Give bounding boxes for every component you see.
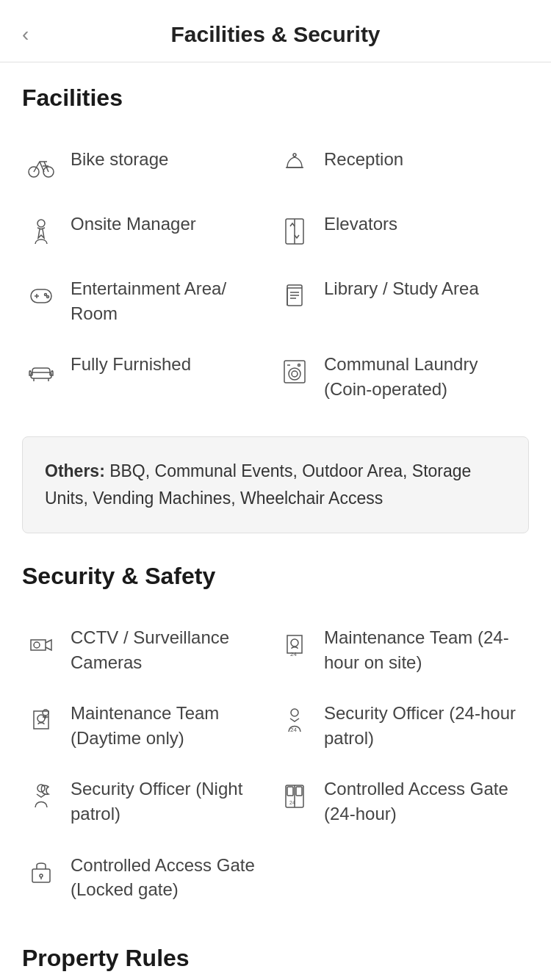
header: ‹ Facilities & Security: [0, 0, 551, 62]
svg-point-23: [289, 368, 300, 380]
sofa-icon: [22, 352, 60, 390]
svg-point-12: [47, 296, 49, 298]
facility-library-label: Library / Study Area: [324, 276, 479, 301]
reception-icon: [276, 147, 314, 185]
svg-point-43: [40, 874, 43, 877]
security-gate-locked-label: Controlled Access Gate (Locked gate): [71, 853, 268, 902]
laundry-icon: [276, 352, 314, 390]
facility-fully-furnished: Fully Furnished: [22, 339, 276, 414]
gate-24-icon: 24: [276, 777, 314, 815]
svg-point-4: [293, 154, 296, 156]
svg-text:24: 24: [290, 727, 297, 733]
security-gate-locked: Controlled Access Gate (Locked gate): [22, 840, 276, 915]
main-content: Facilities Bike storage Reception Onsite…: [0, 62, 551, 980]
svg-point-34: [291, 709, 298, 716]
security-maintenance-day-label: Maintenance Team (Daytime only): [71, 701, 268, 750]
facility-reception-label: Reception: [324, 147, 403, 172]
svg-text:24: 24: [290, 651, 297, 657]
security-officer-icon: 24: [276, 701, 314, 739]
svg-rect-19: [31, 372, 51, 378]
svg-rect-42: [32, 869, 50, 882]
facilities-grid: Bike storage Reception Onsite Manager El…: [22, 134, 529, 414]
svg-text:24: 24: [289, 800, 295, 805]
svg-rect-40: [296, 787, 302, 796]
facility-onsite-manager-label: Onsite Manager: [71, 212, 196, 237]
security-section-title: Security & Safety: [22, 563, 529, 590]
gamepad-icon: [22, 276, 60, 314]
back-button[interactable]: ‹: [22, 23, 29, 46]
security-grid: CCTV / Surveillance Cameras 24 Maintenan…: [22, 612, 529, 915]
security-officer-night: Security Officer (Night patrol): [22, 763, 276, 839]
security-officer-24: 24 Security Officer (24-hour patrol): [276, 688, 529, 763]
camera-icon: [22, 625, 60, 663]
facility-fully-furnished-label: Fully Furnished: [71, 352, 191, 377]
svg-point-28: [291, 639, 298, 646]
facility-communal-laundry-label: Communal Laundry (Coin-operated): [324, 352, 522, 401]
facility-entertainment: Entertainment Area/ Room: [22, 263, 276, 339]
security-maintenance-24: 24 Maintenance Team (24-hour on site): [276, 612, 529, 688]
facility-bike-storage: Bike storage: [22, 134, 276, 198]
security-maintenance-day: Maintenance Team (Daytime only): [22, 688, 276, 763]
security-cctv: CCTV / Surveillance Cameras: [22, 612, 276, 688]
others-box: Others: BBQ, Communal Events, Outdoor Ar…: [22, 436, 529, 533]
bike-icon: [22, 147, 60, 185]
security-night-icon: [22, 777, 60, 815]
others-content: BBQ, Communal Events, Outdoor Area, Stor…: [45, 461, 471, 508]
security-gate-24-label: Controlled Access Gate (24-hour): [324, 777, 522, 826]
svg-point-5: [37, 220, 45, 227]
svg-point-26: [298, 364, 300, 367]
facility-communal-laundry: Communal Laundry (Coin-operated): [276, 339, 529, 414]
maintenance-24-icon: 24: [276, 625, 314, 663]
others-text: Others: BBQ, Communal Events, Outdoor Ar…: [45, 461, 471, 508]
svg-point-31: [43, 710, 48, 716]
security-cctv-label: CCTV / Surveillance Cameras: [71, 625, 268, 674]
facility-elevators-label: Elevators: [324, 212, 397, 237]
facility-bike-storage-label: Bike storage: [71, 147, 168, 172]
security-officer-night-label: Security Officer (Night patrol): [71, 777, 268, 826]
svg-point-30: [37, 715, 45, 722]
gate-locked-icon: [22, 853, 60, 891]
svg-point-24: [292, 371, 298, 377]
security-gate-24: 24 Controlled Access Gate (24-hour): [276, 763, 529, 839]
facilities-section-title: Facilities: [22, 84, 529, 112]
facility-reception: Reception: [276, 134, 529, 198]
elevator-icon: [276, 212, 314, 250]
security-officer-24-label: Security Officer (24-hour patrol): [324, 701, 522, 750]
facility-elevators: Elevators: [276, 198, 529, 263]
page-title: Facilities & Security: [22, 22, 529, 47]
maintenance-day-icon: [22, 701, 60, 739]
svg-point-27: [34, 642, 40, 648]
property-rules-section-title: Property Rules: [22, 945, 529, 972]
facility-onsite-manager: Onsite Manager: [22, 198, 276, 263]
tie-icon: [22, 212, 60, 250]
facility-library: Library / Study Area: [276, 263, 529, 339]
facility-entertainment-label: Entertainment Area/ Room: [71, 276, 268, 325]
security-maintenance-24-label: Maintenance Team (24-hour on site): [324, 625, 522, 674]
svg-rect-39: [287, 787, 293, 796]
svg-point-11: [45, 294, 47, 296]
others-label: Others:: [45, 461, 105, 480]
book-icon: [276, 276, 314, 314]
